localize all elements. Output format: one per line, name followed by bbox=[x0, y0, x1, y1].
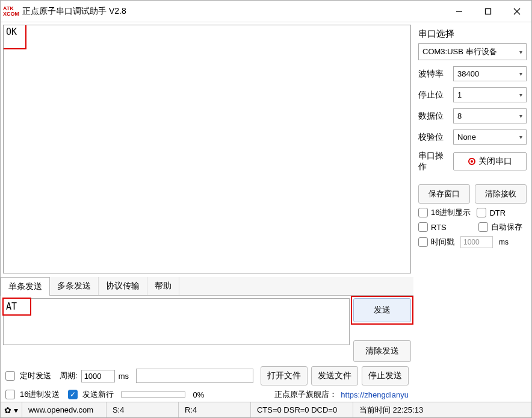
timed-send-checkbox[interactable] bbox=[5, 371, 15, 381]
tab-single-send[interactable]: 单条发送 bbox=[1, 277, 50, 296]
sent-bytes: S:4 bbox=[107, 402, 179, 417]
hex-send-checkbox[interactable] bbox=[5, 390, 15, 399]
hex-display-checkbox[interactable] bbox=[418, 208, 428, 217]
close-port-button[interactable]: 关闭串口 bbox=[453, 152, 527, 170]
parity-value: None bbox=[457, 133, 476, 142]
progress-pct: 0% bbox=[193, 390, 204, 399]
period-label: 周期: bbox=[60, 370, 78, 381]
open-file-button[interactable]: 打开文件 bbox=[261, 366, 308, 385]
dtr-label: DTR bbox=[489, 208, 506, 217]
baud-label: 波特率 bbox=[418, 69, 450, 80]
highlight-rx bbox=[3, 25, 26, 49]
window-title: 正点原子串口调试助手 V2.8 bbox=[22, 6, 445, 17]
hex-display-label: 16进制显示 bbox=[431, 207, 471, 218]
timestamp-ms-label: ms bbox=[499, 238, 509, 246]
baud-select[interactable]: 38400▾ bbox=[453, 66, 527, 81]
tab-protocol[interactable]: 协议传输 bbox=[99, 277, 147, 295]
clear-receive-button[interactable]: 清除接收 bbox=[475, 184, 527, 204]
app-logo: ATK XCOM bbox=[3, 4, 20, 19]
data-label: 数据位 bbox=[418, 111, 450, 122]
stop-send-button[interactable]: 停止发送 bbox=[362, 366, 409, 385]
receive-textarea[interactable]: OK bbox=[3, 25, 411, 273]
close-port-label: 关闭串口 bbox=[478, 156, 512, 167]
tab-help[interactable]: 帮助 bbox=[147, 277, 179, 295]
hex-send-label: 16进制发送 bbox=[20, 389, 60, 400]
stop-label: 停止位 bbox=[418, 90, 450, 101]
recv-bytes: R:4 bbox=[179, 402, 251, 417]
maximize-button[interactable] bbox=[474, 1, 503, 22]
chevron-down-icon: ▾ bbox=[519, 49, 522, 55]
rts-label: RTS bbox=[431, 223, 447, 232]
titlebar: ATK XCOM 正点原子串口调试助手 V2.8 bbox=[1, 1, 531, 22]
status-bar: ✿ ▾ www.openedv.com S:4 R:4 CTS=0 DSR=0 … bbox=[1, 402, 531, 417]
period-input[interactable] bbox=[81, 370, 115, 382]
port-value: COM3:USB 串行设备 bbox=[422, 46, 497, 57]
highlight-send-btn bbox=[351, 296, 413, 325]
modem-status: CTS=0 DSR=0 DCD=0 bbox=[251, 402, 353, 417]
clear-send-button[interactable]: 清除发送 bbox=[353, 340, 411, 362]
file-path-input[interactable] bbox=[136, 369, 253, 383]
timestamp-checkbox[interactable] bbox=[418, 237, 428, 247]
send-textarea[interactable] bbox=[3, 298, 350, 345]
send-progress bbox=[121, 391, 185, 398]
timed-send-label: 定时发送 bbox=[20, 370, 51, 381]
chevron-down-icon: ▾ bbox=[519, 70, 522, 77]
period-ms-label: ms bbox=[119, 372, 129, 381]
send-newline-label: 发送新行 bbox=[82, 389, 114, 400]
autosave-checkbox[interactable] bbox=[478, 222, 488, 232]
close-button[interactable] bbox=[503, 1, 531, 22]
autosave-label: 自动保存 bbox=[491, 222, 522, 232]
send-tabs: 单条发送 多条发送 协议传输 帮助 bbox=[1, 277, 413, 296]
minimize-button[interactable] bbox=[445, 1, 474, 22]
rts-checkbox[interactable] bbox=[418, 222, 428, 232]
chevron-down-icon: ▾ bbox=[519, 134, 522, 140]
data-value: 8 bbox=[457, 111, 462, 120]
record-icon bbox=[468, 158, 475, 165]
highlight-tx bbox=[2, 298, 31, 316]
chevron-down-icon: ▾ bbox=[519, 92, 522, 98]
stop-select[interactable]: 1▾ bbox=[453, 87, 527, 102]
url-cell[interactable]: www.openedv.com bbox=[22, 402, 107, 417]
port-select-title: 串口选择 bbox=[418, 28, 527, 40]
port-select[interactable]: COM3:USB 串行设备▾ bbox=[418, 43, 527, 60]
tab-multi-send[interactable]: 多条发送 bbox=[50, 277, 99, 295]
timestamp-label: 时间戳 bbox=[431, 237, 454, 248]
current-time: 当前时间 22:25:13 bbox=[353, 402, 531, 417]
settings-icon[interactable]: ✿ ▾ bbox=[1, 402, 22, 417]
shop-label: 正点原子旗舰店： bbox=[274, 389, 337, 400]
parity-select[interactable]: None▾ bbox=[453, 129, 527, 145]
shop-link[interactable]: https://zhengdianyu bbox=[341, 390, 409, 399]
send-file-button[interactable]: 发送文件 bbox=[311, 366, 358, 385]
serial-settings-panel: 串口选择 COM3:USB 串行设备▾ 波特率 38400▾ 停止位 1▾ 数据… bbox=[413, 22, 531, 402]
op-label: 串口操作 bbox=[418, 151, 450, 172]
dtr-checkbox[interactable] bbox=[477, 208, 486, 217]
stop-value: 1 bbox=[457, 90, 462, 99]
parity-label: 校验位 bbox=[418, 132, 450, 143]
svg-rect-1 bbox=[486, 8, 491, 14]
baud-value: 38400 bbox=[457, 69, 479, 78]
save-window-button[interactable]: 保存窗口 bbox=[418, 184, 470, 204]
data-select[interactable]: 8▾ bbox=[453, 108, 527, 123]
timestamp-interval-input[interactable] bbox=[460, 236, 493, 248]
send-newline-checkbox[interactable]: ✓ bbox=[68, 390, 78, 399]
chevron-down-icon: ▾ bbox=[519, 113, 522, 119]
